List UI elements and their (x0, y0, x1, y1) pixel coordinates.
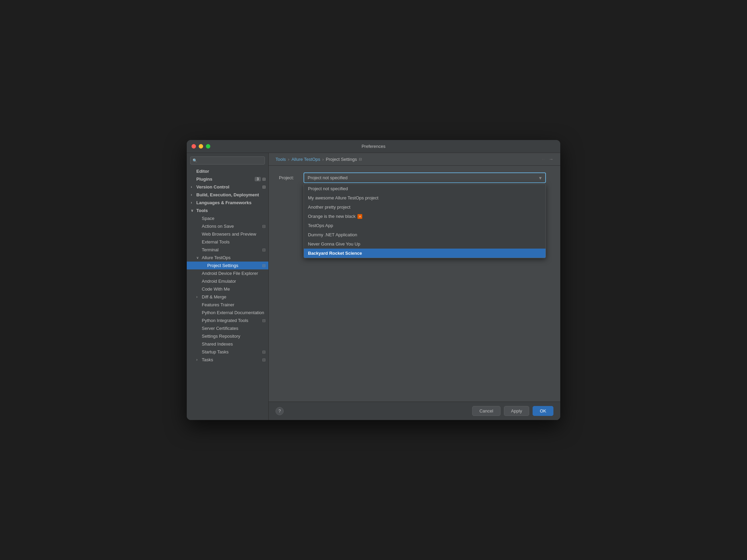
sidebar-label: Build, Execution, Deployment (196, 192, 266, 197)
eq-icon: ⊟ (262, 263, 266, 268)
sidebar-label: Code With Me (202, 286, 266, 292)
eq-icon: ⊟ (262, 248, 266, 252)
option-label-2: Another pretty project (308, 205, 350, 210)
dropdown-option-4[interactable]: TestOps App (304, 221, 546, 230)
sidebar-label: Project Settings (207, 263, 261, 268)
project-dropdown[interactable]: Project not specified (304, 172, 546, 183)
sidebar-item-android-device[interactable]: Android Device File Explorer (187, 269, 268, 277)
nav-back-arrow[interactable]: ← (541, 156, 546, 162)
sidebar-label: Diff & Merge (202, 294, 266, 299)
dropdown-selected-value: Project not specified (308, 175, 348, 180)
minimize-button[interactable] (199, 144, 203, 149)
breadcrumb-allure[interactable]: Allure TestOps (292, 157, 320, 162)
breadcrumb-settings-icon: ⊟ (359, 157, 362, 162)
search-icon: 🔍 (193, 158, 197, 163)
option-label-6: Never Gonna Give You Up (308, 241, 360, 247)
sidebar-item-settings-repo[interactable]: Settings Repository (187, 332, 268, 340)
sidebar-label: Shared Indexes (202, 341, 266, 347)
cancel-button[interactable]: Cancel (472, 406, 500, 416)
sidebar-item-languages[interactable]: ›Languages & Frameworks (187, 199, 268, 207)
breadcrumb-tools[interactable]: Tools (276, 157, 286, 162)
sidebar-item-actions-on-save[interactable]: Actions on Save⊟ (187, 222, 268, 230)
eq-icon: ⊟ (262, 358, 266, 362)
breadcrumb-sep-2: › (322, 157, 324, 162)
dropdown-option-5[interactable]: Dummy .NET Application (304, 230, 546, 239)
sidebar-item-tools[interactable]: ∨Tools (187, 207, 268, 214)
sidebar-item-python-integrated[interactable]: Python Integrated Tools⊟ (187, 317, 268, 324)
traffic-lights (192, 144, 210, 149)
sidebar-label: Plugins (196, 177, 253, 182)
sidebar-label: Server Certificates (202, 326, 266, 331)
project-label: Project: (279, 175, 299, 180)
breadcrumb-bar: Tools › Allure TestOps › Project Setting… (269, 153, 560, 166)
option-label-1: My awesome Allure TestOps project (308, 195, 378, 200)
sidebar-label: Settings Repository (202, 334, 266, 339)
chevron-icon: › (196, 358, 200, 362)
sidebar-item-plugins[interactable]: Plugins3⊟ (187, 175, 268, 183)
sidebar-item-android-emulator[interactable]: Android Emulator (187, 277, 268, 285)
eq-icon: ⊟ (262, 177, 266, 182)
sidebar-item-version-control[interactable]: ›Version Control⊟ (187, 183, 268, 191)
sidebar-label: Actions on Save (202, 224, 261, 229)
titlebar: Preferences (187, 140, 560, 153)
chevron-icon: › (191, 193, 195, 197)
option-label-5: Dummy .NET Application (308, 232, 357, 237)
sidebar-item-terminal[interactable]: Terminal⊟ (187, 246, 268, 254)
search-input[interactable] (190, 156, 265, 165)
sidebar-label: Startup Tasks (202, 349, 261, 354)
sidebar-item-space[interactable]: Space (187, 214, 268, 222)
ok-button[interactable]: OK (533, 406, 553, 416)
sidebar-item-diff-merge[interactable]: ›Diff & Merge (187, 293, 268, 301)
settings-content: Project: Project not specified ▼ Project… (269, 166, 560, 402)
sidebar-label: Space (202, 216, 266, 221)
preferences-window: Preferences 🔍 EditorPlugins3⊟›Version Co… (187, 140, 560, 420)
sidebar: 🔍 EditorPlugins3⊟›Version Control⊟›Build… (187, 153, 269, 420)
sidebar-item-build-execution[interactable]: ›Build, Execution, Deployment (187, 191, 268, 199)
sidebar-item-startup-tasks[interactable]: Startup Tasks⊟ (187, 348, 268, 356)
dropdown-option-0[interactable]: Project not specified (304, 184, 546, 193)
chevron-icon: › (191, 201, 195, 205)
search-box[interactable]: 🔍 (190, 156, 265, 165)
badge: 3 (255, 177, 261, 181)
sidebar-item-server-certs[interactable]: Server Certificates (187, 324, 268, 332)
dropdown-option-7[interactable]: Backyard Rocket Science (304, 249, 546, 258)
chevron-icon: › (196, 295, 200, 299)
sidebar-item-features-trainer[interactable]: Features Trainer (187, 301, 268, 309)
option-label-0: Project not specified (308, 186, 348, 191)
sidebar-item-python-ext-docs[interactable]: Python External Documentation (187, 309, 268, 317)
option-label-4: TestOps App (308, 223, 333, 228)
close-button[interactable] (192, 144, 196, 149)
dropdown-option-1[interactable]: My awesome Allure TestOps project (304, 193, 546, 202)
apply-button[interactable]: Apply (504, 406, 530, 416)
dropdown-option-3[interactable]: Orange is the new black A (304, 212, 546, 221)
breadcrumb-sep-1: › (288, 157, 289, 162)
eq-icon: ⊟ (262, 224, 266, 229)
sidebar-item-code-with-me[interactable]: Code With Me (187, 285, 268, 293)
sidebar-label: Web Browsers and Preview (202, 232, 266, 237)
sidebar-item-editor[interactable]: Editor (187, 167, 268, 175)
option-label-3: Orange is the new black (308, 214, 355, 219)
help-button[interactable]: ? (276, 407, 284, 415)
dropdown-option-6[interactable]: Never Gonna Give You Up (304, 239, 546, 249)
nav-forward-arrow[interactable]: → (549, 156, 553, 162)
sidebar-label: Android Device File Explorer (202, 271, 266, 276)
eq-icon: ⊟ (262, 185, 266, 190)
sidebar-item-allure-testops[interactable]: ∨Allure TestOps (187, 254, 268, 262)
sidebar-item-tasks[interactable]: ›Tasks⊟ (187, 356, 268, 364)
chevron-icon: › (191, 185, 195, 189)
project-row: Project: Project not specified ▼ Project… (279, 172, 550, 183)
sidebar-item-web-browsers[interactable]: Web Browsers and Preview (187, 230, 268, 238)
breadcrumb-nav: ← → (541, 156, 553, 162)
sidebar-label: Python Integrated Tools (202, 318, 261, 323)
dropdown-option-2[interactable]: Another pretty project (304, 202, 546, 212)
sidebar-label: Python External Documentation (202, 310, 266, 315)
sidebar-item-shared-indexes[interactable]: Shared Indexes (187, 340, 268, 348)
sidebar-item-external-tools[interactable]: External Tools (187, 238, 268, 246)
sidebar-item-project-settings[interactable]: Project Settings⊟ (187, 262, 268, 269)
chevron-icon: ∨ (196, 256, 200, 260)
sidebar-label: Features Trainer (202, 302, 266, 307)
window-title: Preferences (362, 144, 385, 149)
maximize-button[interactable] (206, 144, 210, 149)
allure-icon: A (357, 214, 362, 219)
sidebar-label: External Tools (202, 239, 266, 244)
